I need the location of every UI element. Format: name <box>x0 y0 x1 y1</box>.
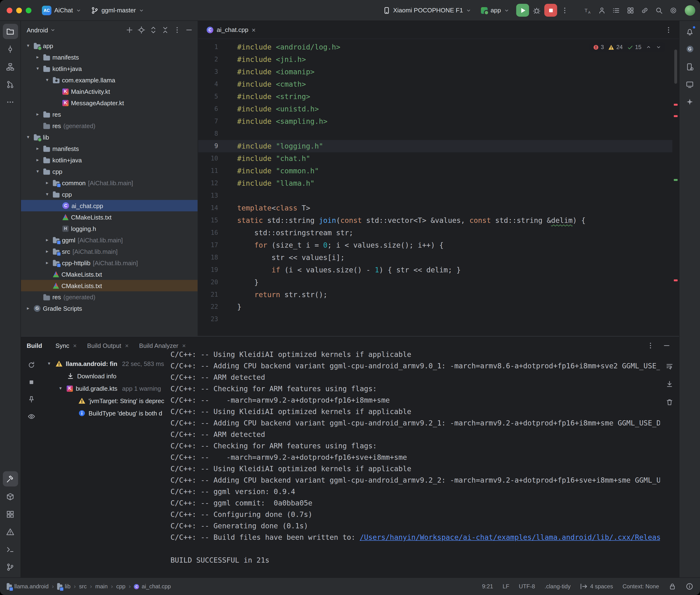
chevron-up-icon[interactable] <box>646 44 651 50</box>
line-number[interactable]: 5 <box>198 90 226 103</box>
line-number[interactable]: 19 <box>198 264 226 276</box>
scroll-to-end-button[interactable] <box>663 377 676 391</box>
tree-item[interactable]: ▾cpp <box>21 189 198 200</box>
code-line[interactable]: 2#include <jni.h> <box>198 53 672 66</box>
gradle-tool-button[interactable]: G <box>682 41 697 57</box>
line-number[interactable]: 14 <box>198 202 226 214</box>
inspections-widget[interactable]: 3 24 15 <box>589 42 665 52</box>
chevron-down-icon[interactable]: ▾ <box>44 74 51 86</box>
notifications-tool-button[interactable] <box>682 24 697 39</box>
line-number[interactable]: 1 <box>198 41 226 53</box>
expand-all-button[interactable] <box>148 24 159 36</box>
share-link-button[interactable] <box>638 4 651 17</box>
tree-item[interactable]: Cai_chat.cpp <box>21 200 198 211</box>
code-line[interactable]: 3#include <iomanip> <box>198 66 672 78</box>
code-line[interactable]: 21 return str.str(); <box>198 289 672 301</box>
search-button[interactable] <box>652 4 666 17</box>
chevron-down-icon[interactable]: ▾ <box>25 132 31 143</box>
scrollbar-thumb[interactable] <box>674 50 677 84</box>
code-line[interactable]: 8 <box>198 128 672 140</box>
user-avatar[interactable] <box>685 5 695 16</box>
code-line[interactable]: 20 } <box>198 276 672 289</box>
line-number[interactable]: 17 <box>198 239 226 251</box>
tree-item[interactable]: ▸manifests <box>21 51 198 63</box>
chevron-right-icon[interactable]: ▸ <box>34 51 41 63</box>
run-config-selector[interactable]: app <box>477 5 513 16</box>
close-tab-icon[interactable]: × <box>125 342 129 349</box>
line-number[interactable]: 6 <box>198 103 226 115</box>
filter-button[interactable] <box>25 410 38 423</box>
chevron-down-icon[interactable]: ▾ <box>46 358 52 369</box>
structure-tool-button[interactable] <box>3 59 18 74</box>
line-number[interactable]: 8 <box>198 128 226 140</box>
error-stripe-mark[interactable] <box>674 179 678 181</box>
device-explorer-tool-button[interactable] <box>3 489 18 504</box>
problems-tool-button[interactable] <box>3 524 18 539</box>
code-line[interactable]: 4#include <cmath> <box>198 78 672 90</box>
line-number[interactable]: 20 <box>198 276 226 289</box>
error-stripe[interactable] <box>672 39 679 336</box>
tree-item[interactable]: ▸res <box>21 109 198 120</box>
errors-count[interactable]: 3 <box>593 44 604 51</box>
line-number[interactable]: 12 <box>198 177 226 190</box>
breadcrumb-item[interactable]: src <box>79 583 87 590</box>
error-stripe-mark[interactable] <box>674 104 678 106</box>
tree-item[interactable]: CMakeLists.txt <box>21 211 198 223</box>
status-9-21[interactable]: 9:21 <box>482 583 493 590</box>
code-line[interactable]: 13 <box>198 190 672 202</box>
tree-item[interactable]: CMakeLists.txt <box>21 268 198 280</box>
line-number[interactable]: 2 <box>198 53 226 66</box>
stop-button[interactable] <box>544 4 557 17</box>
output-path-link[interactable]: /Users/hanyin/Workspace/ai-chat/examples… <box>360 533 660 542</box>
console-output[interactable]: C/C++: -- Using KleidiAI optimized kerne… <box>171 349 660 577</box>
line-number[interactable]: 16 <box>198 227 226 239</box>
code-line[interactable]: 22} <box>198 301 672 313</box>
line-number[interactable]: 11 <box>198 165 226 177</box>
line-number[interactable]: 23 <box>198 313 226 325</box>
tree-item[interactable]: CMakeLists.txt <box>21 280 198 291</box>
tree-item[interactable]: ▸manifests <box>21 143 198 154</box>
code-line[interactable]: 23 <box>198 313 672 325</box>
tree-item[interactable]: ▸src [AiChat.lib.main] <box>21 246 198 257</box>
breadcrumb-item[interactable]: Cai_chat.cpp <box>134 583 171 590</box>
rerun-button[interactable] <box>25 358 38 372</box>
settings-button[interactable] <box>667 4 680 17</box>
soft-wrap-button[interactable] <box>663 359 676 373</box>
breadcrumb-item[interactable]: cpp <box>116 583 125 590</box>
vcs-branch-widget[interactable]: ggml-master <box>87 4 148 16</box>
line-number[interactable]: 10 <box>198 152 226 165</box>
tree-item[interactable]: KMessageAdapter.kt <box>21 97 198 109</box>
terminal-tool-button[interactable] <box>3 542 18 557</box>
line-number[interactable]: 13 <box>198 190 226 202</box>
line-number[interactable]: 3 <box>198 66 226 78</box>
close-tab-icon[interactable]: × <box>252 26 256 34</box>
tree-item[interactable]: ▾lib <box>21 132 198 143</box>
code-line[interactable]: 5#include <string> <box>198 90 672 103</box>
project-widget[interactable]: AC AiChat <box>38 4 85 17</box>
code-line[interactable]: 10#include "chat.h" <box>198 152 672 165</box>
tree-item[interactable]: ▾cpp <box>21 166 198 177</box>
tree-item[interactable]: KMainActivity.kt <box>21 86 198 97</box>
code-line[interactable]: 17 for (size_t i = 0; i < values.size();… <box>198 239 672 251</box>
tree-item[interactable]: ▸common [AiChat.lib.main] <box>21 177 198 189</box>
close-tab-icon[interactable]: × <box>182 342 186 349</box>
line-number[interactable]: 4 <box>198 78 226 90</box>
app-inspection-tool-button[interactable] <box>3 506 18 522</box>
code-line[interactable]: 7#include <sampling.h> <box>198 115 672 128</box>
locate-button[interactable] <box>136 24 147 36</box>
tree-item[interactable]: ▸GGradle Scripts <box>21 303 198 314</box>
line-number[interactable]: 7 <box>198 115 226 128</box>
hide-panel-button[interactable] <box>660 339 673 352</box>
plugins-button[interactable] <box>624 4 637 17</box>
tree-item[interactable]: ▾app <box>21 40 198 51</box>
add-button[interactable] <box>124 24 135 36</box>
chevron-right-icon[interactable]: ▸ <box>25 303 31 314</box>
editor-tab-ai-chat-cpp[interactable]: C ai_chat.cpp × <box>201 21 261 38</box>
chevron-right-icon[interactable]: ▸ <box>44 234 51 246</box>
code-line[interactable]: 19 if (i < values.size() - 1) { str << d… <box>198 264 672 276</box>
chevron-right-icon[interactable]: ▸ <box>34 143 41 154</box>
build-tab-sync[interactable]: Sync× <box>51 336 81 355</box>
tree-item[interactable]: ▸cpp-httplib [AiChat.lib.main] <box>21 257 198 268</box>
more-tool-button[interactable] <box>3 94 18 110</box>
code-line[interactable]: 9#include "logging.h" <box>198 140 672 152</box>
